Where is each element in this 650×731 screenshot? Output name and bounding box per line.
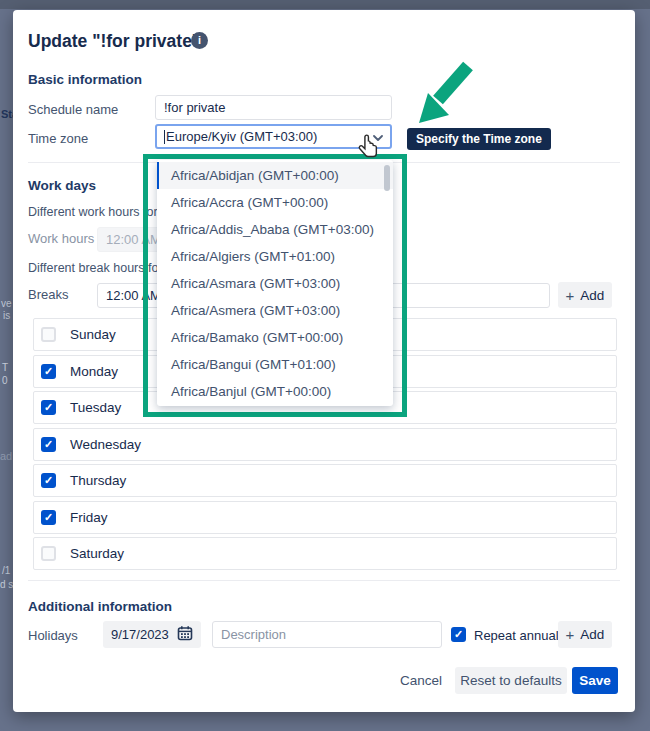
workday-row[interactable]: ✓ Thursday — [33, 464, 617, 497]
backdrop-fragment: is — [3, 311, 10, 321]
timezone-option[interactable]: Africa/Banjul (GMT+00:00) — [157, 378, 393, 405]
plus-icon: + — [566, 626, 575, 643]
timezone-option-label: Africa/Asmera (GMT+03:00) — [171, 303, 340, 318]
save-button[interactable]: Save — [572, 667, 618, 694]
holidays-label: Holidays — [28, 628, 78, 643]
timezone-option[interactable]: Africa/Addis_Ababa (GMT+03:00) — [157, 216, 393, 243]
backdrop-fragment: T — [2, 363, 8, 373]
schedule-name-input[interactable] — [155, 95, 392, 120]
workday-checkbox[interactable]: ✓ — [41, 473, 56, 488]
backdrop-fragment: /1 — [2, 566, 10, 576]
workday-row[interactable]: ✓ Friday — [33, 501, 617, 534]
calendar-icon[interactable] — [177, 625, 193, 644]
add-break-button[interactable]: + Add — [558, 282, 612, 308]
workday-checkbox[interactable] — [41, 546, 56, 561]
workday-label: Saturday — [70, 546, 124, 561]
modal-title: Update "!for private" — [28, 31, 200, 52]
backdrop-fragment: 0 — [2, 376, 8, 386]
timezone-option[interactable]: Africa/Abidjan (GMT+00:00) — [157, 162, 393, 189]
basic-information-heading: Basic information — [28, 72, 142, 87]
holiday-date-field[interactable]: 9/17/2023 — [103, 621, 201, 648]
backdrop-top-band — [0, 0, 650, 9]
workday-checkbox[interactable] — [41, 327, 56, 342]
backdrop-fragment: d s — [0, 580, 13, 590]
timezone-option-label: Africa/Bangui (GMT+01:00) — [171, 357, 336, 372]
timezone-option[interactable]: Africa/Asmara (GMT+03:00) — [157, 270, 393, 297]
plus-icon: + — [566, 287, 575, 304]
timezone-label: Time zone — [28, 131, 88, 146]
repeat-annually-checkbox[interactable]: ✓ — [451, 627, 466, 642]
timezone-select-value: Europe/Kyiv (GMT+03:00) — [166, 129, 317, 144]
info-icon[interactable]: i — [191, 32, 208, 49]
additional-information-heading: Additional information — [28, 599, 172, 614]
work-days-heading: Work days — [28, 178, 96, 193]
workday-label: Tuesday — [70, 400, 121, 415]
workday-checkbox[interactable]: ✓ — [41, 510, 56, 525]
workday-label: Sunday — [70, 327, 116, 342]
timezone-tooltip: Specify the Time zone — [407, 128, 551, 150]
timezone-option-label: Africa/Accra (GMT+00:00) — [171, 195, 328, 210]
timezone-option-label: Africa/Bamako (GMT+00:00) — [171, 330, 343, 345]
workday-label: Wednesday — [70, 437, 141, 452]
workday-label: Monday — [70, 364, 118, 379]
breaks-label: Breaks — [28, 287, 68, 302]
annotation-arrow-icon — [405, 55, 485, 130]
add-holiday-label: Add — [580, 627, 604, 642]
workday-label: Thursday — [70, 473, 126, 488]
timezone-dropdown: Africa/Abidjan (GMT+00:00) Africa/Accra … — [157, 160, 393, 406]
timezone-option[interactable]: Africa/Asmera (GMT+03:00) — [157, 297, 393, 324]
workday-checkbox[interactable]: ✓ — [41, 437, 56, 452]
add-break-label: Add — [580, 288, 604, 303]
backdrop-fragment: ve — [1, 299, 12, 309]
workday-label: Friday — [70, 510, 108, 525]
timezone-option[interactable]: Africa/Bangui (GMT+01:00) — [157, 351, 393, 378]
add-holiday-button[interactable]: + Add — [558, 621, 612, 648]
backdrop-fragment: ad — [0, 451, 12, 462]
timezone-option[interactable]: Africa/Bamako (GMT+00:00) — [157, 324, 393, 351]
timezone-option-label: Africa/Banjul (GMT+00:00) — [171, 384, 331, 399]
cancel-button[interactable]: Cancel — [391, 667, 451, 694]
repeat-annually-label: Repeat annually — [474, 628, 568, 643]
work-hours-label: Work hours — [28, 231, 94, 246]
dropdown-scrollbar-thumb[interactable] — [384, 165, 390, 191]
different-work-hours-label: Different work hours for — [28, 205, 158, 219]
workday-checkbox[interactable]: ✓ — [41, 400, 56, 415]
workday-row[interactable]: Saturday — [33, 537, 617, 570]
timezone-option[interactable]: Africa/Accra (GMT+00:00) — [157, 189, 393, 216]
schedule-name-label: Schedule name — [28, 102, 118, 117]
workday-checkbox[interactable]: ✓ — [41, 364, 56, 379]
timezone-option[interactable]: Africa/Algiers (GMT+01:00) — [157, 243, 393, 270]
holiday-description-input[interactable] — [212, 621, 442, 648]
holiday-date-value: 9/17/2023 — [111, 627, 169, 642]
workday-row[interactable]: ✓ Wednesday — [33, 428, 617, 461]
timezone-option-label: Africa/Algiers (GMT+01:00) — [171, 249, 335, 264]
section-divider — [28, 580, 620, 581]
reset-to-defaults-button[interactable]: Reset to defaults — [455, 667, 567, 694]
mouse-cursor-icon — [356, 133, 382, 163]
text-caret — [164, 130, 165, 144]
timezone-option-label: Africa/Asmara (GMT+03:00) — [171, 276, 340, 291]
timezone-option-label: Africa/Addis_Ababa (GMT+03:00) — [171, 222, 374, 237]
timezone-option-label: Africa/Abidjan (GMT+00:00) — [171, 168, 339, 183]
